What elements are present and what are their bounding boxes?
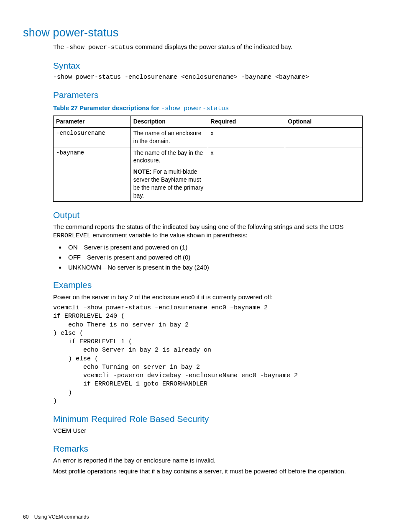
intro-text-post: command displays the power status of the… bbox=[133, 43, 292, 50]
table-header-row: Parameter Description Required Optional bbox=[54, 116, 363, 127]
page-title: show power-status bbox=[23, 25, 376, 40]
security-heading: Minimum Required Role Based Security bbox=[53, 413, 376, 425]
list-item: ON—Server is present and powered on (1) bbox=[66, 243, 376, 252]
cell-description: The name of an enclosure in the domain. bbox=[130, 127, 208, 147]
th-required: Required bbox=[208, 116, 285, 127]
remarks-p2: Most profile operations require that if … bbox=[53, 467, 376, 475]
footer-section: Using VCEM commands bbox=[34, 514, 89, 520]
remarks-heading: Remarks bbox=[53, 443, 376, 455]
parameters-table: Parameter Description Required Optional … bbox=[53, 116, 363, 202]
output-text-post: environment variable to the value shown … bbox=[91, 231, 247, 239]
output-code: ERRORLEVEL bbox=[53, 232, 91, 239]
page-footer: 60 Using VCEM commands bbox=[23, 514, 376, 520]
cell-required: x bbox=[208, 127, 285, 147]
th-parameter: Parameter bbox=[54, 116, 131, 127]
cell-optional bbox=[285, 127, 363, 147]
output-paragraph: The command reports the status of the in… bbox=[53, 223, 376, 241]
th-description: Description bbox=[130, 116, 208, 127]
output-heading: Output bbox=[53, 209, 376, 221]
cell-description: The name of the bay in the enclosure. NO… bbox=[130, 147, 208, 201]
caption-prefix: Table 27 Parameter descriptions for bbox=[53, 104, 161, 111]
table-row: -bayname The name of the bay in the encl… bbox=[54, 147, 363, 201]
note-label: NOTE: bbox=[133, 168, 152, 175]
page-number: 60 bbox=[23, 514, 28, 520]
table-row: -enclosurename The name of an enclosure … bbox=[54, 127, 363, 147]
remarks-p1: An error is reported if the bay or enclo… bbox=[53, 456, 376, 465]
intro-text-pre: The bbox=[53, 43, 66, 50]
parameters-heading: Parameters bbox=[53, 89, 376, 101]
security-text: VCEM User bbox=[53, 427, 376, 435]
th-optional: Optional bbox=[285, 116, 363, 127]
caption-code: -show power-status bbox=[161, 105, 229, 112]
examples-code: vcemcli –show power-status –enclosurenam… bbox=[53, 304, 376, 406]
syntax-heading: Syntax bbox=[53, 60, 376, 72]
cell-parameter: -bayname bbox=[54, 147, 131, 201]
list-item: OFF—Server is present and powered off (0… bbox=[66, 253, 376, 262]
intro-code: -show power-status bbox=[66, 44, 133, 51]
cell-parameter: -enclosurename bbox=[54, 127, 131, 147]
cell-required: x bbox=[208, 147, 285, 201]
syntax-code: -show power-status -enclosurename <enclo… bbox=[53, 73, 376, 82]
table-caption: Table 27 Parameter descriptions for -sho… bbox=[53, 104, 376, 113]
examples-lead: Power on the server in bay 2 of the encl… bbox=[53, 293, 376, 301]
examples-heading: Examples bbox=[53, 279, 376, 291]
cell-description-text: The name of the bay in the enclosure. bbox=[133, 149, 203, 164]
output-list: ON—Server is present and powered on (1) … bbox=[53, 243, 376, 272]
list-item: UNKNOWN—No server is present in the bay … bbox=[66, 263, 376, 272]
output-text-pre: The command reports the status of the in… bbox=[53, 223, 344, 230]
cell-optional bbox=[285, 147, 363, 201]
intro-paragraph: The -show power-status command displays … bbox=[53, 43, 376, 52]
